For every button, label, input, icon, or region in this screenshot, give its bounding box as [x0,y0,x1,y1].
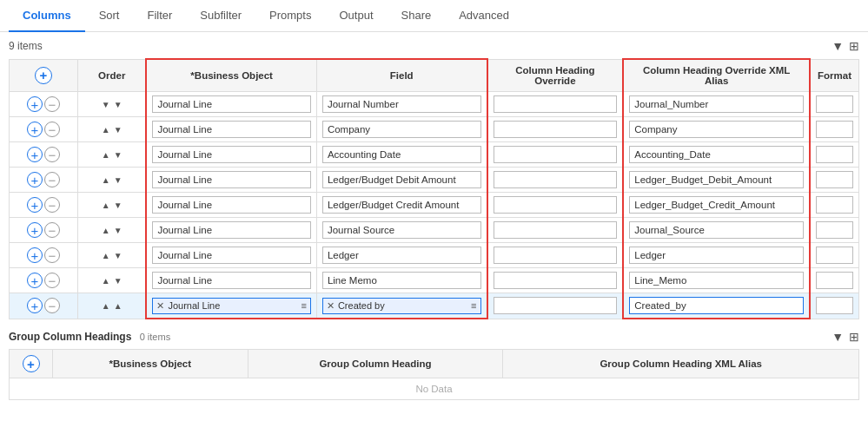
move-up-button[interactable]: ▲ [101,125,111,135]
move-up-button[interactable]: ▲ [101,201,111,210]
field-tag-list-icon[interactable]: ≡ [471,300,476,311]
move-down-button[interactable]: ▼ [113,251,123,260]
add-row-button[interactable]: + [27,247,43,263]
tab-output[interactable]: Output [325,0,387,32]
xml-alias-input[interactable] [629,221,804,239]
business-object-input[interactable] [152,247,310,264]
group-grid-icon[interactable]: ⊞ [849,330,859,344]
filter-icon[interactable]: ▼ [832,39,844,53]
business-object-input[interactable] [152,171,310,188]
remove-row-button[interactable]: − [44,222,60,238]
add-row-button[interactable]: + [27,298,43,313]
tab-advanced[interactable]: Advanced [445,0,523,32]
field-input[interactable] [322,121,481,138]
move-up-button[interactable]: ▲ [101,150,111,160]
move-up-button[interactable]: ▲ [101,301,111,311]
field-input[interactable] [322,146,481,163]
format-input[interactable] [816,272,853,289]
tab-share[interactable]: Share [388,0,446,32]
business-object-input[interactable] [152,121,310,138]
business-object-input[interactable] [152,95,310,113]
move-up-button[interactable]: ▲ [101,175,111,185]
group-add-button[interactable]: + [23,355,40,372]
format-input[interactable] [816,297,853,314]
move-down2-button[interactable]: ▼ [113,100,123,109]
format-input[interactable] [816,171,853,188]
remove-row-button[interactable]: − [44,122,60,137]
tag-remove-icon[interactable]: ✕ [156,300,164,312]
field-input[interactable] [322,247,481,264]
remove-row-button[interactable]: − [44,172,60,187]
override-input[interactable] [494,196,618,214]
add-row-button[interactable]: + [27,147,43,162]
remove-row-button[interactable]: − [44,247,60,263]
move-down-button[interactable]: ▼ [113,150,123,160]
add-row-button[interactable]: + [27,222,43,238]
field-input[interactable] [322,196,481,214]
remove-row-button[interactable]: − [44,147,60,162]
override-input[interactable] [494,221,618,239]
field-input[interactable] [322,95,481,113]
xml-alias-input[interactable] [629,121,804,138]
group-filter-icon[interactable]: ▼ [832,330,844,344]
add-row-button[interactable]: + [27,197,43,213]
field-tag-remove-icon[interactable]: ✕ [327,300,335,312]
field-tag[interactable]: ✕ Created by ≡ [322,298,481,314]
add-column-button[interactable]: + [35,67,52,84]
tab-sort[interactable]: Sort [85,0,134,32]
move-down-button[interactable]: ▼ [101,100,111,109]
move-down-button[interactable]: ▼ [113,201,123,210]
remove-row-button[interactable]: − [44,96,60,112]
xml-alias-input[interactable] [629,146,804,163]
grid-icon[interactable]: ⊞ [849,39,859,53]
tab-prompts[interactable]: Prompts [255,0,325,32]
field-input[interactable] [322,171,481,188]
xml-alias-input[interactable] [629,171,804,188]
add-row-button[interactable]: + [27,273,43,288]
format-input[interactable] [816,221,853,239]
xml-alias-input[interactable] [629,247,804,264]
override-input[interactable] [494,121,618,138]
field-input[interactable] [322,221,481,239]
format-input[interactable] [816,196,853,214]
format-input[interactable] [816,247,853,264]
business-object-input[interactable] [152,196,310,214]
xml-alias-input[interactable] [629,272,804,289]
remove-row-button[interactable]: − [44,197,60,213]
business-object-tag[interactable]: ✕ Journal Line ≡ [152,298,310,314]
move-up-button[interactable]: ▲ [101,226,111,235]
tab-subfilter[interactable]: Subfilter [186,0,255,32]
override-input[interactable] [494,146,618,163]
xml-alias-input[interactable] [629,196,804,214]
tab-columns[interactable]: Columns [9,0,85,32]
format-input[interactable] [816,95,853,113]
business-object-input[interactable] [152,221,310,239]
format-input[interactable] [816,121,853,138]
add-row-button[interactable]: + [27,172,43,187]
xml-alias-input[interactable] [629,95,804,113]
tab-filter[interactable]: Filter [133,0,186,32]
move-down-button[interactable]: ▼ [113,226,123,235]
remove-row-button[interactable]: − [44,298,60,313]
add-row-button[interactable]: + [27,122,43,137]
tag-list-icon[interactable]: ≡ [301,300,306,311]
business-object-input[interactable] [152,272,310,289]
override-input[interactable] [494,297,618,314]
field-cell [316,243,487,268]
override-input[interactable] [494,272,618,289]
remove-row-button[interactable]: − [44,273,60,288]
move-down-button[interactable]: ▼ [113,175,123,185]
field-input[interactable] [322,272,481,289]
move-down-button[interactable]: ▼ [113,125,123,135]
override-input[interactable] [494,95,618,113]
move-up-button[interactable]: ▲ [101,251,111,260]
move-down-button[interactable]: ▲ [113,301,123,311]
business-object-input[interactable] [152,146,310,163]
override-input[interactable] [494,247,618,264]
format-input[interactable] [816,146,853,163]
override-input[interactable] [494,171,618,188]
move-down-button[interactable]: ▼ [113,276,123,286]
move-up-button[interactable]: ▲ [101,276,111,286]
add-row-button[interactable]: + [27,96,43,112]
xml-alias-input[interactable] [629,297,804,314]
